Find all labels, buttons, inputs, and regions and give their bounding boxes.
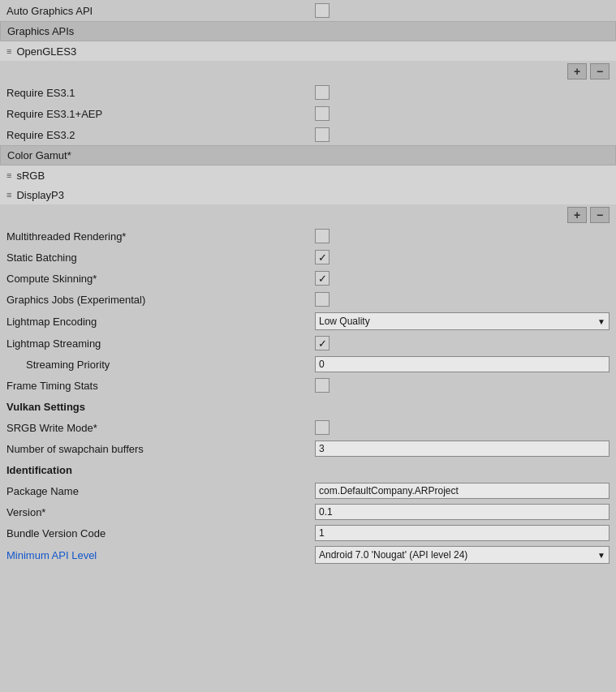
package-name-value bbox=[315, 483, 610, 499]
frame-timing-stats-value bbox=[315, 378, 610, 393]
require-es31-aep-value bbox=[315, 106, 610, 121]
require-es31-value bbox=[315, 85, 610, 100]
compute-skinning-checkbox[interactable] bbox=[315, 271, 330, 286]
require-es31-checkbox[interactable] bbox=[315, 85, 330, 100]
minimum-api-level-value: Android 7.0 'Nougat' (API level 24) ▼ bbox=[315, 546, 610, 564]
vulkan-settings-label: Vulkan Settings bbox=[6, 401, 315, 413]
frame-timing-stats-label: Frame Timing Stats bbox=[6, 380, 315, 392]
static-batching-checkbox[interactable] bbox=[315, 250, 330, 264]
opengl-es3-item: ≡ OpenGLES3 bbox=[0, 41, 616, 61]
auto-graphics-api-checkbox[interactable] bbox=[315, 3, 330, 18]
graphics-apis-remove-button[interactable]: − bbox=[590, 63, 610, 80]
version-row: Version* bbox=[0, 501, 616, 522]
require-es31-aep-row: Require ES3.1+AEP bbox=[0, 103, 616, 124]
graphics-jobs-value bbox=[315, 292, 610, 307]
bundle-version-code-value bbox=[315, 525, 610, 541]
frame-timing-stats-checkbox[interactable] bbox=[315, 378, 330, 393]
displayp3-label: DisplayP3 bbox=[16, 189, 64, 201]
bundle-version-code-row: Bundle Version Code bbox=[0, 522, 616, 544]
swapchain-buffers-row: Number of swapchain buffers bbox=[0, 438, 616, 459]
lightmap-encoding-row: Lightmap Encoding Low Quality ▼ bbox=[0, 310, 616, 333]
minimum-api-level-dropdown-text: Android 7.0 'Nougat' (API level 24) bbox=[319, 549, 467, 561]
graphics-apis-btn-row: + − bbox=[0, 61, 616, 82]
static-batching-row: Static Batching bbox=[0, 247, 616, 268]
minimum-api-level-dropdown-arrow: ▼ bbox=[597, 551, 605, 560]
require-es31-aep-label: Require ES3.1+AEP bbox=[6, 108, 315, 120]
auto-graphics-api-row: Auto Graphics API bbox=[0, 0, 616, 21]
minimum-api-level-row: Minimum API Level Android 7.0 'Nougat' (… bbox=[0, 544, 616, 566]
srgb-item: ≡ sRGB bbox=[0, 165, 616, 185]
srgb-write-mode-value bbox=[315, 420, 610, 435]
color-gamut-remove-button[interactable]: − bbox=[590, 207, 610, 223]
lightmap-streaming-label: Lightmap Streaming bbox=[6, 337, 315, 350]
lightmap-encoding-dropdown[interactable]: Low Quality ▼ bbox=[315, 312, 610, 330]
require-es32-label: Require ES3.2 bbox=[6, 129, 315, 141]
compute-skinning-label: Compute Skinning* bbox=[6, 273, 315, 285]
swapchain-buffers-value bbox=[315, 441, 610, 457]
lightmap-encoding-label: Lightmap Encoding bbox=[6, 316, 315, 328]
package-name-input[interactable] bbox=[315, 483, 610, 499]
settings-panel: Auto Graphics API Graphics APIs ≡ OpenGL… bbox=[0, 0, 616, 566]
auto-graphics-api-label: Auto Graphics API bbox=[6, 5, 315, 17]
require-es32-row: Require ES3.2 bbox=[0, 124, 616, 145]
graphics-jobs-checkbox[interactable] bbox=[315, 292, 330, 307]
swapchain-buffers-input[interactable] bbox=[315, 441, 610, 457]
srgb-write-mode-checkbox[interactable] bbox=[315, 420, 330, 435]
opengl-handle-icon: ≡ bbox=[6, 46, 11, 56]
lightmap-encoding-value: Low Quality ▼ bbox=[315, 312, 610, 330]
version-label: Version* bbox=[6, 506, 315, 518]
srgb-write-mode-label: SRGB Write Mode* bbox=[6, 422, 315, 434]
opengl-es3-label: OpenGLES3 bbox=[16, 45, 76, 58]
minimum-api-level-dropdown[interactable]: Android 7.0 'Nougat' (API level 24) ▼ bbox=[315, 546, 610, 564]
bundle-version-code-label: Bundle Version Code bbox=[6, 527, 315, 539]
require-es32-checkbox[interactable] bbox=[315, 127, 330, 142]
multithreaded-rendering-row: Multithreaded Rendering* bbox=[0, 226, 616, 247]
lightmap-streaming-value bbox=[315, 336, 610, 350]
color-gamut-btn-row: + − bbox=[0, 204, 616, 226]
graphics-apis-section-header: Graphics APIs bbox=[0, 21, 616, 41]
package-name-row: Package Name bbox=[0, 480, 616, 501]
graphics-apis-label: Graphics APIs bbox=[7, 25, 74, 37]
lightmap-encoding-dropdown-arrow: ▼ bbox=[597, 317, 605, 326]
color-gamut-add-button[interactable]: + bbox=[567, 207, 587, 223]
compute-skinning-value bbox=[315, 271, 610, 286]
identification-label: Identification bbox=[6, 464, 315, 476]
version-input[interactable] bbox=[315, 504, 610, 520]
color-gamut-label: Color Gamut* bbox=[7, 149, 71, 161]
identification-row: Identification bbox=[0, 459, 616, 480]
multithreaded-rendering-label: Multithreaded Rendering* bbox=[6, 230, 315, 243]
vulkan-settings-row: Vulkan Settings bbox=[0, 396, 616, 417]
lightmap-streaming-checkbox[interactable] bbox=[315, 336, 330, 350]
srgb-write-mode-row: SRGB Write Mode* bbox=[0, 417, 616, 438]
graphics-jobs-label: Graphics Jobs (Experimental) bbox=[6, 294, 315, 306]
require-es31-row: Require ES3.1 bbox=[0, 82, 616, 103]
lightmap-streaming-row: Lightmap Streaming bbox=[0, 333, 616, 354]
graphics-jobs-row: Graphics Jobs (Experimental) bbox=[0, 289, 616, 310]
graphics-apis-add-button[interactable]: + bbox=[567, 63, 587, 80]
minimum-api-level-label[interactable]: Minimum API Level bbox=[6, 549, 315, 561]
version-value bbox=[315, 504, 610, 520]
require-es31-label: Require ES3.1 bbox=[6, 87, 315, 99]
displayp3-handle-icon: ≡ bbox=[6, 190, 11, 200]
require-es32-value bbox=[315, 127, 610, 142]
streaming-priority-input[interactable] bbox=[315, 356, 610, 372]
package-name-label: Package Name bbox=[6, 485, 315, 497]
multithreaded-rendering-value bbox=[315, 229, 610, 243]
static-batching-label: Static Batching bbox=[6, 251, 315, 264]
srgb-handle-icon: ≡ bbox=[6, 170, 11, 180]
require-es31-aep-checkbox[interactable] bbox=[315, 106, 330, 121]
streaming-priority-label: Streaming Priority bbox=[6, 359, 315, 371]
srgb-label: sRGB bbox=[16, 170, 45, 182]
bundle-version-code-input[interactable] bbox=[315, 525, 610, 541]
streaming-priority-row: Streaming Priority bbox=[0, 354, 616, 375]
auto-graphics-api-value bbox=[315, 3, 610, 18]
streaming-priority-value bbox=[315, 356, 610, 372]
swapchain-buffers-label: Number of swapchain buffers bbox=[6, 443, 315, 455]
lightmap-encoding-dropdown-text: Low Quality bbox=[319, 316, 370, 327]
static-batching-value bbox=[315, 250, 610, 264]
multithreaded-rendering-checkbox[interactable] bbox=[315, 229, 330, 243]
compute-skinning-row: Compute Skinning* bbox=[0, 268, 616, 289]
color-gamut-section-header: Color Gamut* bbox=[0, 145, 616, 165]
frame-timing-stats-row: Frame Timing Stats bbox=[0, 375, 616, 396]
displayp3-item: ≡ DisplayP3 bbox=[0, 185, 616, 204]
